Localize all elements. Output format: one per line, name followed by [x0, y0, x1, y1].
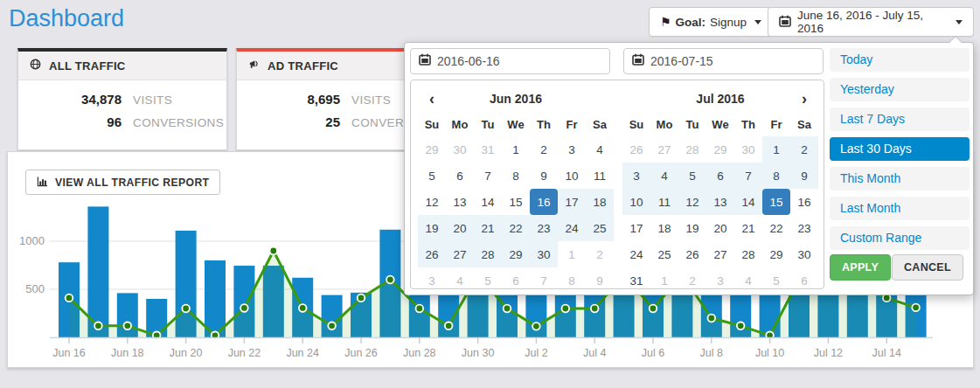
- day-cell[interactable]: 5: [418, 163, 446, 189]
- day-cell[interactable]: 10: [558, 163, 586, 189]
- preset-yesterday[interactable]: Yesterday: [830, 78, 970, 101]
- day-cell[interactable]: 14: [474, 189, 502, 215]
- date-range-button[interactable]: June 16, 2016 - July 15, 2016: [768, 7, 974, 37]
- day-cell[interactable]: 29: [418, 136, 446, 163]
- day-cell[interactable]: 4: [446, 267, 474, 294]
- preset-last-7-days[interactable]: Last 7 Days: [830, 107, 970, 131]
- day-cell[interactable]: 18: [586, 189, 614, 215]
- preset-last-month[interactable]: Last Month: [830, 197, 970, 220]
- day-cell[interactable]: 6: [706, 163, 734, 189]
- day-cell[interactable]: 2: [678, 267, 706, 294]
- day-cell[interactable]: 22: [502, 215, 530, 241]
- day-cell[interactable]: 21: [734, 215, 762, 241]
- day-cell[interactable]: 20: [706, 215, 734, 241]
- prev-month-button[interactable]: ‹: [418, 85, 446, 113]
- day-cell[interactable]: 31: [622, 267, 650, 294]
- day-cell[interactable]: 29: [706, 136, 734, 163]
- preset-today[interactable]: Today: [830, 48, 970, 72]
- day-cell[interactable]: 4: [650, 163, 678, 189]
- day-cell[interactable]: 23: [790, 215, 818, 241]
- preset-this-month[interactable]: This Month: [830, 167, 970, 191]
- day-cell[interactable]: 2: [790, 136, 818, 163]
- day-cell[interactable]: 1: [502, 136, 530, 163]
- day-cell[interactable]: 3: [622, 163, 650, 189]
- day-cell[interactable]: 27: [650, 136, 678, 163]
- day-cell[interactable]: 2: [530, 136, 558, 163]
- next-month-button[interactable]: ›: [790, 85, 818, 113]
- day-cell[interactable]: 27: [706, 241, 734, 267]
- day-cell[interactable]: 16: [790, 189, 818, 215]
- goal-dropdown-button[interactable]: ⚑ Goal: Signup: [649, 7, 773, 37]
- cancel-button[interactable]: CANCEL: [892, 254, 963, 281]
- day-cell[interactable]: 10: [622, 189, 650, 215]
- day-cell[interactable]: 30: [530, 241, 558, 267]
- day-cell[interactable]: 1: [558, 241, 586, 267]
- day-cell[interactable]: 27: [446, 241, 474, 267]
- day-cell[interactable]: 8: [558, 267, 586, 294]
- day-cell[interactable]: 3: [706, 267, 734, 294]
- day-cell[interactable]: 8: [762, 163, 790, 189]
- day-cell[interactable]: 16: [530, 189, 558, 215]
- day-cell[interactable]: 20: [446, 215, 474, 241]
- day-cell[interactable]: 15: [502, 189, 530, 215]
- day-cell[interactable]: 28: [734, 241, 762, 267]
- day-cell[interactable]: 30: [446, 136, 474, 163]
- day-cell[interactable]: 5: [474, 267, 502, 294]
- day-cell[interactable]: 29: [502, 241, 530, 267]
- day-cell[interactable]: 4: [586, 136, 614, 163]
- day-cell[interactable]: 30: [790, 241, 818, 267]
- view-all-traffic-report-button[interactable]: VIEW ALL TRAFFIC REPORT: [25, 170, 220, 195]
- day-cell[interactable]: 25: [586, 215, 614, 241]
- day-cell[interactable]: 6: [446, 163, 474, 189]
- start-date-input[interactable]: [437, 54, 590, 68]
- day-cell[interactable]: 6: [790, 267, 818, 294]
- day-cell[interactable]: 2: [586, 241, 614, 267]
- day-cell[interactable]: 11: [650, 189, 678, 215]
- day-cell[interactable]: 5: [762, 267, 790, 294]
- day-cell[interactable]: 17: [622, 215, 650, 241]
- day-cell[interactable]: 13: [706, 189, 734, 215]
- day-cell[interactable]: 1: [762, 136, 790, 163]
- day-cell[interactable]: 7: [734, 163, 762, 189]
- day-cell[interactable]: 7: [530, 267, 558, 294]
- day-cell[interactable]: 29: [762, 241, 790, 267]
- day-cell[interactable]: 4: [734, 267, 762, 294]
- day-cell[interactable]: 9: [586, 267, 614, 294]
- end-date-input[interactable]: [650, 54, 803, 68]
- day-cell[interactable]: 21: [474, 215, 502, 241]
- day-cell[interactable]: 28: [678, 136, 706, 163]
- day-cell[interactable]: 3: [418, 267, 446, 294]
- day-cell[interactable]: 30: [734, 136, 762, 163]
- day-cell[interactable]: 22: [762, 215, 790, 241]
- day-cell[interactable]: 24: [622, 241, 650, 267]
- day-cell[interactable]: 24: [558, 215, 586, 241]
- day-cell[interactable]: 12: [678, 189, 706, 215]
- day-cell[interactable]: 15: [762, 189, 790, 215]
- preset-custom-range[interactable]: Custom Range: [830, 226, 970, 250]
- day-cell[interactable]: 6: [502, 267, 530, 294]
- day-cell[interactable]: 26: [418, 241, 446, 267]
- day-cell[interactable]: 9: [790, 163, 818, 189]
- day-cell[interactable]: 19: [418, 215, 446, 241]
- day-cell[interactable]: 14: [734, 189, 762, 215]
- day-cell[interactable]: 9: [530, 163, 558, 189]
- day-cell[interactable]: 28: [474, 241, 502, 267]
- day-cell[interactable]: 23: [530, 215, 558, 241]
- day-cell[interactable]: 26: [622, 136, 650, 163]
- day-cell[interactable]: 12: [418, 189, 446, 215]
- day-cell[interactable]: 13: [446, 189, 474, 215]
- day-cell[interactable]: 26: [678, 241, 706, 267]
- day-cell[interactable]: 17: [558, 189, 586, 215]
- day-cell[interactable]: 31: [474, 136, 502, 163]
- preset-last-30-days[interactable]: Last 30 Days: [830, 137, 970, 161]
- day-cell[interactable]: 5: [678, 163, 706, 189]
- day-cell[interactable]: 1: [650, 267, 678, 294]
- day-cell[interactable]: 8: [502, 163, 530, 189]
- day-cell[interactable]: 19: [678, 215, 706, 241]
- day-cell[interactable]: 25: [650, 241, 678, 267]
- day-cell[interactable]: 3: [558, 136, 586, 163]
- day-cell[interactable]: 11: [586, 163, 614, 189]
- day-cell[interactable]: 7: [474, 163, 502, 189]
- apply-button[interactable]: APPLY: [830, 254, 891, 281]
- day-cell[interactable]: 18: [650, 215, 678, 241]
